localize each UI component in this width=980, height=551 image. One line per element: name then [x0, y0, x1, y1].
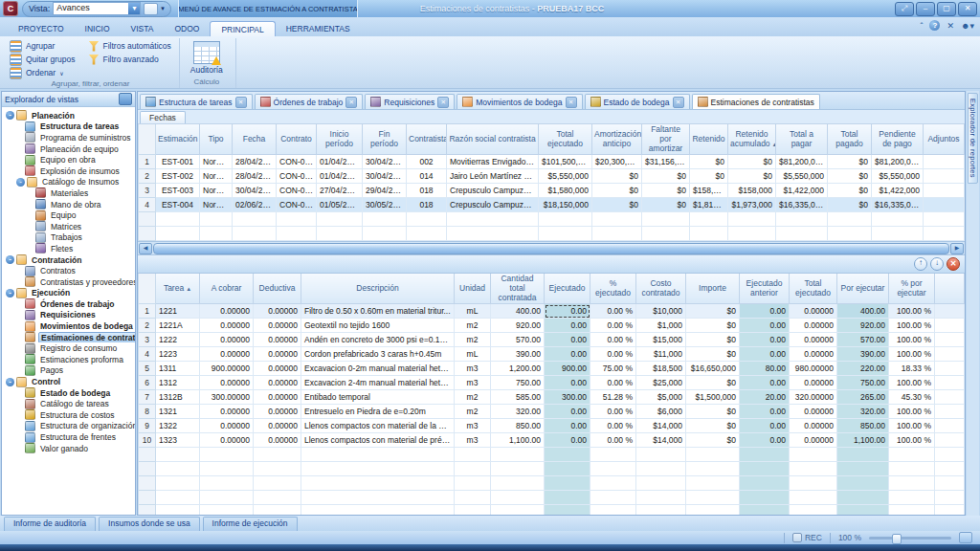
cell[interactable]: 100.00 %	[889, 419, 935, 433]
quitar-grupos-button[interactable]: Quitar grupos	[8, 54, 78, 65]
auditoria-button[interactable]: Auditoría	[184, 40, 230, 75]
cell[interactable]	[491, 462, 545, 476]
cell[interactable]: 850.00	[837, 419, 889, 433]
zoom-slider-thumb[interactable]	[892, 534, 902, 544]
cell[interactable]: 28/04/2017	[233, 169, 277, 184]
cell[interactable]	[935, 505, 965, 515]
tab-estado-de-bodega[interactable]: Estado de bodega✕	[585, 94, 690, 109]
cell[interactable]: 0.00 %	[590, 433, 636, 448]
cell[interactable]: 1,100.00	[491, 433, 545, 448]
column-header-faltante-por-amortizar[interactable]: Faltante por amortizar	[642, 124, 690, 155]
close-button-icon[interactable]: ✕	[958, 2, 977, 16]
cell[interactable]: 014	[407, 169, 447, 184]
cell[interactable]: 0.00	[545, 304, 590, 319]
row-number-cell[interactable]: 6	[139, 376, 156, 390]
column-header-unidad[interactable]: Unidad	[455, 274, 491, 304]
column-header-inicio-periodo[interactable]: Inicio período	[317, 124, 363, 155]
cell[interactable]: 80.00	[740, 362, 790, 376]
ribbon-tab-odoo[interactable]: ODOO	[164, 21, 210, 36]
cell[interactable]: 320.00000	[790, 390, 837, 405]
cell[interactable]: Crepusculo Campuzano	[447, 184, 539, 198]
cell[interactable]: 0.00000	[790, 304, 837, 319]
cell[interactable]: 980.00000	[790, 362, 837, 376]
cell[interactable]: Entibado temporal	[301, 390, 455, 405]
column-header-a-cobrar[interactable]: A cobrar	[200, 274, 254, 304]
column-header-amortizacion-anticipo[interactable]: Amortización anticipo	[592, 124, 642, 155]
cell[interactable]	[837, 491, 889, 505]
cell[interactable]: $1,500,000	[686, 390, 740, 405]
cell[interactable]	[636, 462, 686, 476]
sidebar-item-planeacion-de-equipo[interactable]: Planeación de equipo	[2, 143, 135, 155]
user-menu-icon[interactable]: ☻▾	[961, 21, 974, 31]
cell[interactable]: 400.00	[491, 304, 545, 319]
sidebar-item-equipo[interactable]: Equipo	[2, 209, 135, 221]
cell[interactable]	[156, 227, 200, 241]
cell[interactable]: 0.00000	[200, 419, 254, 433]
cell[interactable]	[156, 212, 200, 227]
cell[interactable]	[828, 227, 872, 241]
cell[interactable]: 1312	[156, 376, 200, 390]
sidebar-item-fletes[interactable]: Fletes	[2, 243, 135, 254]
cell[interactable]	[642, 227, 690, 241]
cell[interactable]: 30/04/2017	[363, 169, 407, 184]
cell[interactable]	[872, 227, 924, 241]
cell[interactable]: $0	[592, 184, 642, 198]
cell[interactable]: $1,000	[636, 319, 686, 333]
cell[interactable]: 20.00	[740, 390, 790, 405]
cell[interactable]: 900.00	[545, 362, 590, 376]
cell[interactable]: $101,500,000	[539, 155, 592, 169]
cell[interactable]: CON-005	[277, 184, 317, 198]
cell[interactable]	[935, 347, 965, 362]
cell[interactable]: $0	[828, 169, 872, 184]
cell[interactable]: 1323	[156, 433, 200, 448]
cell[interactable]	[407, 227, 447, 241]
cell[interactable]	[301, 505, 455, 515]
cell[interactable]: 0.00000	[254, 376, 301, 390]
sidebar-item-matrices[interactable]: Matrices	[2, 221, 135, 232]
cell[interactable]: 0.00 %	[590, 376, 636, 390]
cell[interactable]	[545, 462, 590, 476]
cell[interactable]	[935, 405, 965, 419]
cell[interactable]: 0.00	[740, 376, 790, 390]
cell[interactable]	[935, 390, 965, 405]
cell[interactable]: 0.00	[545, 419, 590, 433]
ribbon-tab-vista[interactable]: VISTA	[121, 21, 165, 36]
cell[interactable]: mL	[455, 347, 491, 362]
cell[interactable]: 400.00	[837, 304, 889, 319]
row-number-cell[interactable]: 5	[139, 362, 156, 376]
cell[interactable]	[790, 491, 837, 505]
sidebar-item-mano-de-obra[interactable]: Mano de obra	[2, 199, 135, 210]
cell[interactable]: 0.00 %	[590, 319, 636, 333]
help-icon[interactable]: ?	[929, 20, 940, 31]
cell[interactable]	[254, 505, 301, 515]
cell[interactable]: $81,200,000	[872, 155, 924, 169]
row-number-cell[interactable]: 10	[139, 433, 156, 448]
sidebar-item-estructura-de-tareas[interactable]: Estructura de tareas	[2, 121, 135, 133]
cell[interactable]	[889, 491, 935, 505]
cell[interactable]: $1,580,000	[539, 184, 592, 198]
expander-icon[interactable]: -	[6, 289, 14, 298]
column-header-contratista[interactable]: Contratista	[407, 124, 447, 155]
row-number-cell[interactable]: 9	[139, 419, 156, 433]
column-header-total-a-pagar[interactable]: Total a pagar	[776, 124, 828, 155]
ribbon-tab-inicio[interactable]: INICIO	[75, 21, 121, 36]
cell[interactable]: $0	[828, 184, 872, 198]
cell[interactable]: 01/05/2017	[317, 198, 363, 212]
cell[interactable]: 300.00000	[200, 390, 254, 405]
cell[interactable]	[872, 212, 924, 227]
scroll-left-icon[interactable]: ◀	[139, 243, 152, 254]
cell[interactable]: 0.00	[545, 433, 590, 448]
report-quick-icon[interactable]	[144, 3, 158, 15]
cell[interactable]	[200, 212, 233, 227]
cell[interactable]: $0	[686, 419, 740, 433]
sidebar-item-contratacion[interactable]: -Contratación	[2, 254, 135, 266]
cell[interactable]: 0.00000	[254, 347, 301, 362]
cell[interactable]: CON-005	[277, 198, 317, 212]
cell[interactable]: m3	[455, 433, 491, 448]
cell[interactable]	[590, 448, 636, 462]
fullscreen-button-icon[interactable]: ⤢	[895, 2, 914, 16]
cell[interactable]: 585.00	[491, 390, 545, 405]
cell[interactable]: Entresuelo en Piedra de e=0.20m	[301, 405, 455, 419]
cell[interactable]: 02/06/2017	[233, 198, 277, 212]
cell[interactable]: 002	[407, 155, 447, 169]
